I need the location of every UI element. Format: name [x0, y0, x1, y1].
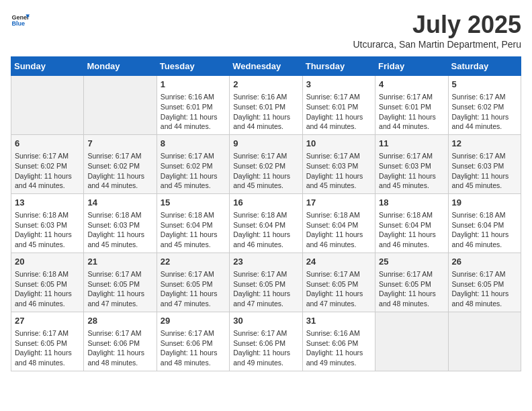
- daylight-text: Daylight: 11 hours and 45 minutes.: [161, 230, 218, 248]
- day-header-friday: Friday: [375, 57, 448, 76]
- calendar-cell: 5Sunrise: 6:17 AMSunset: 6:02 PMDaylight…: [448, 76, 521, 135]
- sunset-text: Sunset: 6:05 PM: [87, 280, 140, 288]
- daylight-text: Daylight: 11 hours and 47 minutes.: [306, 289, 363, 308]
- day-number: 18: [379, 197, 444, 209]
- day-number: 14: [87, 197, 152, 209]
- daylight-text: Daylight: 11 hours and 45 minutes.: [15, 230, 72, 248]
- sunrise-text: Sunrise: 6:16 AM: [233, 93, 287, 101]
- calendar-cell: 13Sunrise: 6:18 AMSunset: 6:03 PMDayligh…: [11, 193, 84, 253]
- daylight-text: Daylight: 11 hours and 49 minutes.: [233, 349, 290, 367]
- calendar-cell: 30Sunrise: 6:17 AMSunset: 6:06 PMDayligh…: [230, 312, 302, 371]
- calendar-cell: [11, 76, 84, 135]
- calendar-cell: 23Sunrise: 6:17 AMSunset: 6:05 PMDayligh…: [230, 253, 302, 312]
- location-title: Utcurarca, San Martin Department, Peru: [353, 39, 521, 50]
- daylight-text: Daylight: 11 hours and 44 minutes.: [161, 113, 218, 131]
- daylight-text: Daylight: 11 hours and 45 minutes.: [379, 172, 436, 190]
- daylight-text: Daylight: 11 hours and 46 minutes.: [379, 230, 436, 248]
- calendar-cell: 1Sunrise: 6:16 AMSunset: 6:01 PMDaylight…: [157, 76, 229, 135]
- sunrise-text: Sunrise: 6:17 AM: [233, 152, 287, 160]
- sunrise-text: Sunrise: 6:17 AM: [15, 329, 69, 337]
- calendar-cell: 12Sunrise: 6:17 AMSunset: 6:03 PMDayligh…: [448, 134, 521, 193]
- sunset-text: Sunset: 6:01 PM: [379, 103, 431, 111]
- daylight-text: Daylight: 11 hours and 45 minutes.: [233, 172, 290, 190]
- sunset-text: Sunset: 6:03 PM: [87, 221, 140, 229]
- day-header-sunday: Sunday: [11, 57, 84, 76]
- day-number: 10: [306, 138, 371, 150]
- sunrise-text: Sunrise: 6:18 AM: [379, 211, 433, 219]
- daylight-text: Daylight: 11 hours and 49 minutes.: [306, 349, 363, 367]
- sunrise-text: Sunrise: 6:17 AM: [379, 93, 433, 101]
- daylight-text: Daylight: 11 hours and 45 minutes.: [452, 172, 509, 190]
- calendar-cell: [375, 312, 448, 371]
- day-number: 4: [379, 79, 444, 91]
- day-number: 11: [379, 138, 444, 150]
- day-number: 28: [87, 315, 152, 327]
- day-number: 26: [452, 256, 517, 268]
- sunset-text: Sunset: 6:05 PM: [15, 280, 67, 288]
- sunrise-text: Sunrise: 6:18 AM: [15, 270, 69, 278]
- sunrise-text: Sunrise: 6:17 AM: [379, 152, 433, 160]
- daylight-text: Daylight: 11 hours and 46 minutes.: [233, 230, 290, 248]
- sunset-text: Sunset: 6:04 PM: [452, 221, 504, 229]
- daylight-text: Daylight: 11 hours and 48 minutes.: [161, 349, 218, 367]
- daylight-text: Daylight: 11 hours and 44 minutes.: [15, 172, 72, 190]
- title-block: July 2025 Utcurarca, San Martin Departme…: [353, 11, 521, 50]
- sunset-text: Sunset: 6:05 PM: [379, 280, 431, 288]
- calendar-week-row: 1Sunrise: 6:16 AMSunset: 6:01 PMDaylight…: [11, 76, 521, 135]
- page-header: General Blue July 2025 Utcurarca, San Ma…: [11, 11, 521, 50]
- sunset-text: Sunset: 6:02 PM: [87, 162, 140, 170]
- sunset-text: Sunset: 6:06 PM: [306, 339, 359, 347]
- calendar-cell: 8Sunrise: 6:17 AMSunset: 6:02 PMDaylight…: [157, 134, 229, 193]
- sunset-text: Sunset: 6:02 PM: [15, 162, 67, 170]
- sunrise-text: Sunrise: 6:17 AM: [87, 329, 141, 337]
- day-number: 8: [161, 138, 226, 150]
- calendar-week-row: 27Sunrise: 6:17 AMSunset: 6:05 PMDayligh…: [11, 312, 521, 371]
- sunrise-text: Sunrise: 6:18 AM: [306, 211, 360, 219]
- calendar-cell: 4Sunrise: 6:17 AMSunset: 6:01 PMDaylight…: [375, 76, 448, 135]
- sunset-text: Sunset: 6:06 PM: [161, 339, 213, 347]
- day-number: 23: [233, 256, 298, 268]
- calendar-week-row: 20Sunrise: 6:18 AMSunset: 6:05 PMDayligh…: [11, 253, 521, 312]
- daylight-text: Daylight: 11 hours and 44 minutes.: [306, 113, 363, 131]
- sunrise-text: Sunrise: 6:17 AM: [306, 270, 360, 278]
- daylight-text: Daylight: 11 hours and 46 minutes.: [15, 289, 72, 308]
- sunset-text: Sunset: 6:04 PM: [306, 221, 359, 229]
- day-number: 15: [161, 197, 226, 209]
- calendar-week-row: 13Sunrise: 6:18 AMSunset: 6:03 PMDayligh…: [11, 193, 521, 253]
- calendar-cell: 7Sunrise: 6:17 AMSunset: 6:02 PMDaylight…: [84, 134, 157, 193]
- day-number: 27: [15, 315, 80, 327]
- sunset-text: Sunset: 6:04 PM: [379, 221, 431, 229]
- calendar-cell: [84, 76, 157, 135]
- sunrise-text: Sunrise: 6:17 AM: [452, 93, 506, 101]
- calendar-cell: 17Sunrise: 6:18 AMSunset: 6:04 PMDayligh…: [302, 193, 375, 253]
- calendar-header-row: SundayMondayTuesdayWednesdayThursdayFrid…: [11, 57, 521, 76]
- sunrise-text: Sunrise: 6:17 AM: [15, 152, 69, 160]
- daylight-text: Daylight: 11 hours and 44 minutes.: [87, 172, 144, 190]
- day-number: 22: [161, 256, 226, 268]
- sunrise-text: Sunrise: 6:18 AM: [161, 211, 214, 219]
- day-number: 5: [452, 79, 517, 91]
- sunrise-text: Sunrise: 6:17 AM: [161, 152, 214, 160]
- sunset-text: Sunset: 6:06 PM: [233, 339, 285, 347]
- calendar-cell: 2Sunrise: 6:16 AMSunset: 6:01 PMDaylight…: [230, 76, 302, 135]
- sunrise-text: Sunrise: 6:17 AM: [87, 152, 141, 160]
- daylight-text: Daylight: 11 hours and 47 minutes.: [233, 289, 290, 308]
- sunrise-text: Sunrise: 6:18 AM: [87, 211, 141, 219]
- day-number: 6: [15, 138, 80, 150]
- sunset-text: Sunset: 6:01 PM: [233, 103, 285, 111]
- daylight-text: Daylight: 11 hours and 48 minutes.: [452, 289, 509, 308]
- day-number: 21: [87, 256, 152, 268]
- sunrise-text: Sunrise: 6:17 AM: [379, 270, 433, 278]
- daylight-text: Daylight: 11 hours and 44 minutes.: [452, 113, 509, 131]
- svg-text:Blue: Blue: [11, 20, 25, 27]
- daylight-text: Daylight: 11 hours and 47 minutes.: [161, 289, 218, 308]
- sunrise-text: Sunrise: 6:17 AM: [452, 270, 506, 278]
- calendar-cell: [448, 312, 521, 371]
- daylight-text: Daylight: 11 hours and 45 minutes.: [306, 172, 363, 190]
- calendar-cell: 3Sunrise: 6:17 AMSunset: 6:01 PMDaylight…: [302, 76, 375, 135]
- sunset-text: Sunset: 6:05 PM: [306, 280, 359, 288]
- sunset-text: Sunset: 6:06 PM: [87, 339, 140, 347]
- calendar-cell: 24Sunrise: 6:17 AMSunset: 6:05 PMDayligh…: [302, 253, 375, 312]
- day-number: 29: [161, 315, 226, 327]
- daylight-text: Daylight: 11 hours and 46 minutes.: [452, 230, 509, 248]
